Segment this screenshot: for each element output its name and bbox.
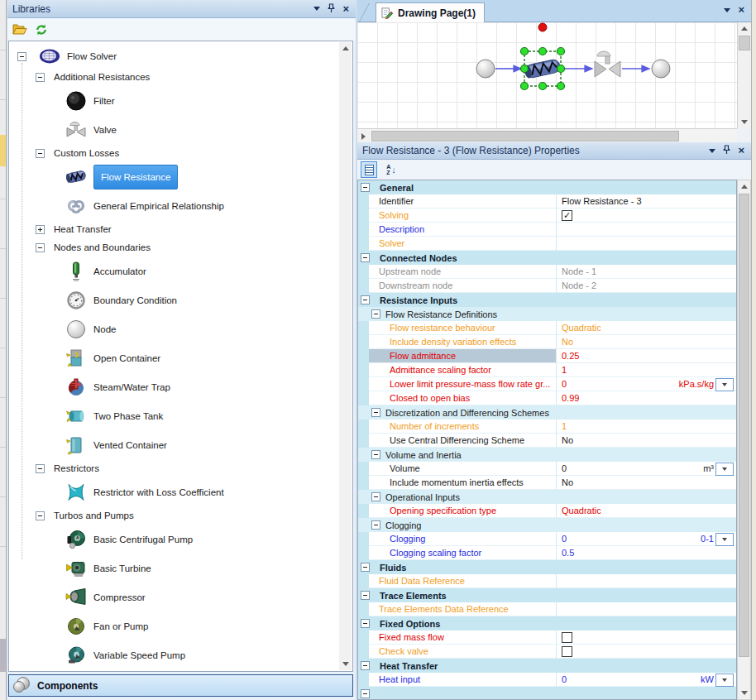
refresh-icon[interactable]: [34, 23, 49, 36]
scroll-up-icon[interactable]: [339, 42, 352, 55]
property-label[interactable]: Fixed mass flow: [369, 630, 557, 645]
valve-component[interactable]: [595, 51, 620, 77]
tree-item-flow-solver[interactable]: Flow Solver: [9, 45, 339, 68]
tree-item-valve[interactable]: Valve: [9, 115, 339, 144]
property-row-fluid-data-reference[interactable]: Fluid Data Reference: [358, 574, 736, 588]
tree-item-general-empirical-relationship[interactable]: General Empirical Relationship: [9, 191, 339, 220]
category-row-heat-transfer[interactable]: Heat Transfer: [358, 659, 736, 673]
property-label[interactable]: Lower limit pressure-mass flow rate gr..…: [369, 377, 557, 391]
tree-item-additional-resistances[interactable]: Additional Resistances: [9, 68, 339, 86]
category-row-fixed-options[interactable]: Fixed Options: [358, 616, 736, 630]
tree-item-turbos-and-pumps[interactable]: Turbos and Pumps: [9, 506, 339, 525]
property-label[interactable]: Number of increments: [369, 420, 557, 434]
scroll-thumb[interactable]: [371, 131, 679, 141]
property-label[interactable]: Solver: [369, 237, 557, 251]
property-value[interactable]: Quadratic: [562, 323, 601, 333]
property-value[interactable]: 0: [562, 534, 567, 544]
collapse-minus-icon[interactable]: [361, 689, 370, 698]
property-label[interactable]: Opening specification type: [369, 504, 557, 518]
tree-item-flow-resistance[interactable]: Flow Resistance: [9, 162, 339, 191]
property-row-clogging-scaling-factor[interactable]: Clogging scaling factor0.5: [358, 546, 736, 560]
tree-item-vented-container[interactable]: Vented Container: [9, 430, 339, 459]
property-value-cell[interactable]: [557, 602, 736, 616]
collapse-minus-icon[interactable]: [371, 520, 380, 530]
scroll-thumb[interactable]: [739, 194, 749, 657]
close-icon[interactable]: ×: [342, 5, 349, 13]
property-value-cell[interactable]: [557, 645, 736, 659]
property-row-admittance-scaling-factor[interactable]: Admittance scaling factor1: [358, 363, 736, 377]
scroll-thumb[interactable]: [739, 36, 750, 50]
property-value[interactable]: No: [562, 337, 573, 347]
property-value[interactable]: 0: [562, 463, 567, 473]
tree-item-restrictor-with-loss-coefficient[interactable]: Restrictor with Loss Coefficient: [9, 477, 339, 506]
property-row-heat-input[interactable]: Heat input0kW: [358, 673, 736, 687]
tree-item-node[interactable]: Node: [9, 314, 339, 343]
subcategory-row-clogging[interactable]: Clogging: [358, 518, 736, 532]
property-row-flow-admittance[interactable]: Flow admittance0.25: [358, 349, 736, 363]
property-value-cell[interactable]: 0m³: [557, 462, 736, 476]
property-value-cell[interactable]: Flow Resistance - 3: [557, 194, 736, 209]
collapse-minus-icon[interactable]: [361, 591, 370, 600]
tree-expander-minus-icon[interactable]: [36, 511, 45, 520]
dropdown-icon[interactable]: [724, 8, 730, 12]
tree-item-steam-water-trap[interactable]: Steam/Water Trap: [9, 372, 339, 401]
properties-vertical-scrollbar[interactable]: [737, 180, 751, 700]
property-label[interactable]: Volume: [369, 462, 557, 476]
collapse-minus-icon[interactable]: [361, 253, 370, 262]
property-row-number-of-increments[interactable]: Number of increments1: [358, 420, 736, 434]
tree-item-accumulator[interactable]: Accumulator: [9, 257, 339, 285]
property-label[interactable]: Downstream node: [369, 279, 557, 293]
category-row-trace-elements[interactable]: Trace Elements: [358, 588, 736, 602]
pin-icon[interactable]: [723, 145, 730, 156]
property-row-volume[interactable]: Volume0m³: [358, 462, 736, 476]
flow-resistance-component[interactable]: [521, 48, 565, 90]
scroll-down-icon[interactable]: [738, 687, 750, 699]
property-label[interactable]: Admittance scaling factor: [369, 363, 557, 377]
tree-item-boundary-condition[interactable]: Boundary Condition: [9, 285, 339, 314]
property-value[interactable]: Node - 1: [562, 266, 596, 276]
property-value[interactable]: 0: [562, 674, 567, 684]
subcategory-row-discretization-and-differencing-schemes[interactable]: Discretization and Differencing Schemes: [358, 405, 736, 420]
property-value-cell[interactable]: No: [557, 476, 736, 490]
close-icon[interactable]: ×: [738, 146, 744, 155]
tree-expander-minus-icon[interactable]: [36, 73, 45, 82]
property-value[interactable]: 1: [562, 421, 567, 431]
property-value[interactable]: No: [562, 477, 573, 487]
tree-item-open-container[interactable]: Open Container: [9, 343, 339, 372]
property-value[interactable]: 1: [562, 365, 567, 375]
property-label[interactable]: Clogging scaling factor: [369, 546, 557, 560]
property-value-cell[interactable]: Quadratic: [557, 504, 736, 518]
property-row-fixed-mass-flow[interactable]: Fixed mass flow: [358, 630, 736, 645]
property-row-include-momentum-inertia-effects[interactable]: Include momentum inertia effectsNo: [358, 476, 736, 490]
property-value-cell[interactable]: 0.99: [557, 391, 736, 405]
property-label[interactable]: Description: [369, 223, 557, 237]
property-label[interactable]: Include momentum inertia effects: [369, 476, 557, 490]
property-label[interactable]: Clogging: [369, 532, 557, 546]
category-row-general[interactable]: General: [358, 180, 736, 194]
tree-expander-minus-icon[interactable]: [36, 243, 45, 252]
property-value-cell[interactable]: 1: [557, 363, 736, 377]
property-value[interactable]: Flow Resistance - 3: [562, 196, 642, 206]
subcategory-row-flow-resistance-definitions[interactable]: Flow Resistance Definitions: [358, 307, 736, 321]
checkbox-checked-icon[interactable]: ✓: [562, 210, 572, 221]
property-label[interactable]: Include density variation effects: [369, 335, 557, 349]
property-value-cell[interactable]: [557, 237, 736, 251]
property-label[interactable]: Identifier: [369, 194, 557, 209]
property-value-cell[interactable]: ✓: [557, 209, 736, 223]
scroll-up-icon[interactable]: [738, 22, 751, 35]
tree-expander-minus-icon[interactable]: [36, 464, 45, 473]
property-label[interactable]: Solving: [369, 209, 557, 223]
drawing-canvas[interactable]: [357, 22, 737, 128]
tree-item-basic-turbine[interactable]: Basic Turbine: [9, 554, 339, 583]
property-row-check-valve[interactable]: Check valve: [358, 645, 736, 659]
dropdown-icon[interactable]: [313, 7, 320, 11]
collapse-minus-icon[interactable]: [361, 295, 370, 304]
property-row-lower-limit-pressure-mass-flow-rate-gr-[interactable]: Lower limit pressure-mass flow rate gr..…: [358, 377, 736, 391]
tree-item-fan-or-pump[interactable]: Fan or Pump: [9, 611, 339, 640]
property-value[interactable]: No: [562, 435, 573, 445]
checkbox-icon[interactable]: [562, 632, 572, 643]
category-row-resistance-inputs[interactable]: Resistance Inputs: [358, 293, 736, 307]
tree-item-filter[interactable]: Filter: [9, 86, 339, 115]
property-value-cell[interactable]: 0kW: [557, 673, 736, 687]
categorized-view-icon[interactable]: [361, 161, 377, 178]
